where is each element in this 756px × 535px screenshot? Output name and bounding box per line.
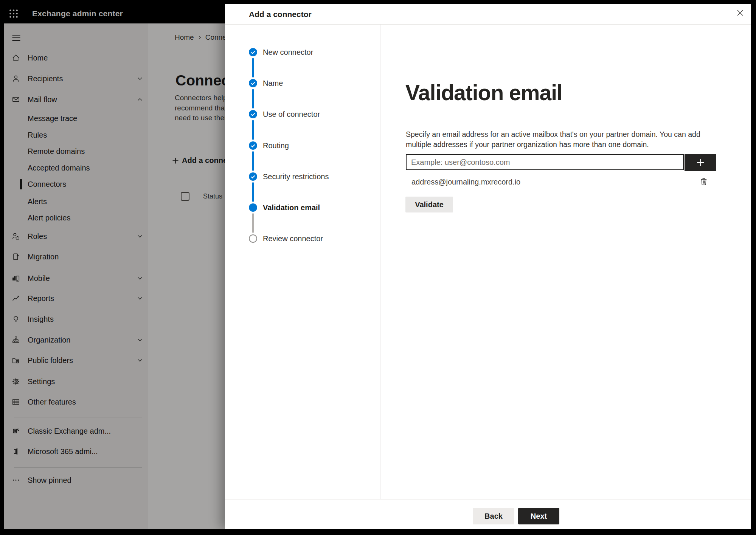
- step-connector-line: [252, 89, 254, 109]
- step-label: Review connector: [263, 233, 323, 244]
- step-label: Validation email: [263, 202, 320, 213]
- plus-icon: [695, 158, 705, 167]
- add-email-button[interactable]: [685, 154, 716, 171]
- steps-content-divider: [380, 25, 380, 499]
- step-connector-line: [252, 120, 254, 140]
- step-completed-check-icon: [249, 110, 257, 118]
- dialog-title: Add a connector: [249, 4, 312, 25]
- dialog-footer: Back Next: [225, 499, 751, 529]
- close-icon: [737, 10, 743, 16]
- step-label: Routing: [263, 140, 289, 151]
- next-button[interactable]: Next: [518, 508, 559, 524]
- step-connector-line: [252, 213, 254, 233]
- validation-email-heading: Validation email: [405, 81, 562, 104]
- step-connector-line: [252, 151, 254, 171]
- address-row-divider: [406, 192, 716, 192]
- step-completed-check-icon: [249, 79, 257, 87]
- step-connector-line: [252, 58, 254, 78]
- validation-email-input[interactable]: [406, 154, 684, 170]
- trash-icon: [699, 177, 708, 186]
- validation-email-description: Specify an email address for an active m…: [406, 129, 717, 150]
- step-connector-line: [252, 182, 254, 202]
- step-upcoming-icon: [249, 234, 257, 243]
- step-label: Security restrictions: [263, 171, 329, 182]
- add-connector-dialog: Add a connector New connector Name Use o…: [225, 4, 751, 529]
- validate-button[interactable]: Validate: [405, 197, 453, 212]
- step-label: Use of connector: [263, 109, 320, 119]
- added-address-text: address@journaling.mxrecord.io: [411, 178, 520, 186]
- back-button[interactable]: Back: [473, 508, 514, 524]
- step-label: Name: [263, 78, 283, 88]
- close-button[interactable]: [733, 6, 747, 20]
- step-label: New connector: [263, 47, 313, 57]
- dialog-header: Add a connector: [225, 4, 751, 25]
- screen: Exchange admin center Home Recipients Ma…: [4, 4, 751, 529]
- step-completed-check-icon: [249, 48, 257, 56]
- step-completed-check-icon: [249, 141, 257, 150]
- delete-address-button[interactable]: [697, 175, 711, 188]
- step-current-icon: [249, 203, 257, 212]
- step-completed-check-icon: [249, 172, 257, 181]
